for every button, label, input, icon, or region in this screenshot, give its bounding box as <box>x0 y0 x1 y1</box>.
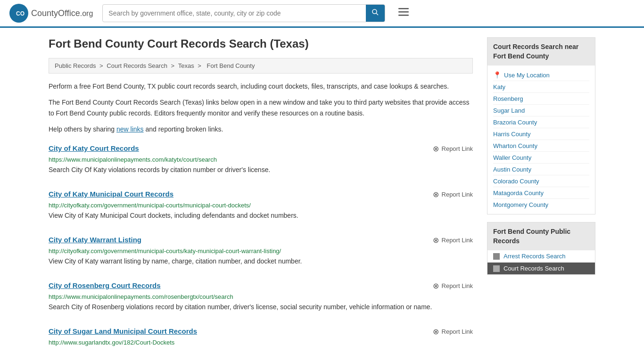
report-label-4: Report Link <box>442 328 473 335</box>
record-desc-2: View City of Katy warrant listing by nam… <box>49 256 473 266</box>
record-header-1: City of Katy Municipal Court Records ⊗ R… <box>49 190 473 200</box>
nearby-item-10: Matagorda County <box>493 187 589 199</box>
nearby-link-5[interactable]: Harris County <box>493 131 530 138</box>
record-url-3[interactable]: https://www.municipalonlinepayments.com/… <box>49 293 473 300</box>
record-title-2[interactable]: City of Katy Warrant Listing <box>49 236 141 244</box>
report-icon-0: ⊗ <box>433 144 439 153</box>
breadcrumb-current: Fort Bend County <box>207 62 255 69</box>
public-records-header: Fort Bend County Public Records <box>487 222 595 250</box>
nearby-link-2[interactable]: Rosenberg <box>493 95 523 102</box>
main-layout: Fort Bend County Court Records Search (T… <box>39 28 605 362</box>
record-item: City of Katy Warrant Listing ⊗ Report Li… <box>49 236 473 270</box>
search-bar <box>102 4 385 22</box>
record-title-0[interactable]: City of Katy Court Records <box>49 144 139 152</box>
record-item: City of Katy Court Records ⊗ Report Link… <box>49 144 473 179</box>
record-header-2: City of Katy Warrant Listing ⊗ Report Li… <box>49 236 473 246</box>
intro-text: Perform a free Fort Bend County, TX publ… <box>49 81 473 91</box>
report-link-3[interactable]: ⊗ Report Link <box>433 281 473 290</box>
record-item: City of Rosenberg Court Records ⊗ Report… <box>49 281 473 316</box>
breadcrumb-texas[interactable]: Texas <box>178 62 194 69</box>
nearby-link-8[interactable]: Austin County <box>493 166 531 173</box>
pr-link-1[interactable]: Court Records Search <box>504 265 564 272</box>
record-desc-0: Search City Of Katy violations records b… <box>49 165 473 175</box>
record-url-4[interactable]: http://www.sugarlandtx.gov/182/Court-Doc… <box>49 339 473 346</box>
svg-rect-6 <box>398 15 409 16</box>
svg-rect-4 <box>398 8 409 9</box>
report-label-0: Report Link <box>442 145 473 152</box>
location-pin-icon: 📍 <box>493 71 501 79</box>
nearby-link-3[interactable]: Sugar Land <box>493 107 525 114</box>
nearby-item-4: Brazoria County <box>493 116 589 128</box>
nearby-link-11[interactable]: Montgomery County <box>493 201 548 208</box>
public-records-section: Fort Bend County Public Records Arrest R… <box>487 222 595 275</box>
report-icon-2: ⊗ <box>433 236 439 245</box>
site-logo[interactable]: CO CountyOffice.org <box>9 4 93 23</box>
nearby-header: Court Records Search near Fort Bend Coun… <box>487 38 595 66</box>
nearby-item-11: Montgomery County <box>493 199 589 210</box>
report-icon-4: ⊗ <box>433 327 439 336</box>
new-links-link[interactable]: new links <box>116 125 144 133</box>
record-header-0: City of Katy Court Records ⊗ Report Link <box>49 144 473 154</box>
nearby-item-9: Colorado County <box>493 175 589 187</box>
record-item: City of Katy Municipal Court Records ⊗ R… <box>49 190 473 224</box>
nearby-item-2: Rosenberg <box>493 93 589 105</box>
nearby-item-7: Waller County <box>493 152 589 164</box>
record-desc-3: Search City of Rosenberg violations reco… <box>49 302 473 312</box>
logo-text: CountyOffice.org <box>31 8 93 18</box>
report-label-1: Report Link <box>442 191 473 198</box>
nearby-item-0: 📍 Use My Location <box>493 69 589 81</box>
nearby-link-1[interactable]: Katy <box>493 83 505 90</box>
breadcrumb-public-records[interactable]: Public Records <box>55 62 96 69</box>
public-record-item-0: Arrest Records Search <box>487 250 595 263</box>
sidebar: Court Records Search near Fort Bend Coun… <box>487 37 595 362</box>
logo-icon: CO <box>9 4 28 23</box>
record-desc-1: View City of Katy Municipal Court docket… <box>49 211 473 221</box>
nearby-section: Court Records Search near Fort Bend Coun… <box>487 37 595 214</box>
record-title-3[interactable]: City of Rosenberg Court Records <box>49 281 161 289</box>
svg-text:CO: CO <box>16 10 25 17</box>
use-my-location-link[interactable]: Use My Location <box>504 72 550 79</box>
record-title-4[interactable]: City of Sugar Land Municipal Court Recor… <box>49 327 197 335</box>
report-link-2[interactable]: ⊗ Report Link <box>433 236 473 245</box>
search-input[interactable] <box>103 6 366 21</box>
pr-link-0[interactable]: Arrest Records Search <box>504 253 566 260</box>
hamburger-menu-button[interactable] <box>395 5 413 22</box>
report-icon-3: ⊗ <box>433 281 439 290</box>
record-url-1[interactable]: http://cityofkaty.com/government/municip… <box>49 202 473 209</box>
nearby-list: 📍 Use My Location KatyRosenbergSugar Lan… <box>487 66 595 214</box>
nearby-item-1: Katy <box>493 81 589 93</box>
record-title-1[interactable]: City of Katy Municipal Court Records <box>49 190 173 198</box>
nearby-link-6[interactable]: Wharton County <box>493 142 537 149</box>
report-link-0[interactable]: ⊗ Report Link <box>433 144 473 153</box>
pr-icon-1 <box>493 265 500 272</box>
svg-line-3 <box>376 13 378 15</box>
site-header: CO CountyOffice.org <box>0 0 644 28</box>
search-button[interactable] <box>366 5 385 22</box>
record-url-2[interactable]: http://cityofkaty.com/government/municip… <box>49 247 473 255</box>
report-icon-1: ⊗ <box>433 190 439 199</box>
breadcrumb: Public Records > Court Records Search > … <box>49 58 473 74</box>
content-area: Fort Bend County Court Records Search (T… <box>49 37 473 362</box>
page-title: Fort Bend County Court Records Search (T… <box>49 37 473 50</box>
svg-point-2 <box>372 9 377 14</box>
report-link-4[interactable]: ⊗ Report Link <box>433 327 473 336</box>
nearby-item-3: Sugar Land <box>493 105 589 116</box>
breadcrumb-court-records[interactable]: Court Records Search <box>107 62 167 69</box>
report-link-1[interactable]: ⊗ Report Link <box>433 190 473 199</box>
record-url-0[interactable]: https://www.municipalonlinepayments.com/… <box>49 156 473 163</box>
nearby-item-8: Austin County <box>493 164 589 175</box>
record-header-4: City of Sugar Land Municipal Court Recor… <box>49 327 473 337</box>
report-label-3: Report Link <box>442 282 473 289</box>
public-record-item-1: Court Records Search <box>487 263 595 274</box>
nearby-link-4[interactable]: Brazoria County <box>493 119 537 126</box>
record-item: City of Sugar Land Municipal Court Recor… <box>49 327 473 352</box>
record-header-3: City of Rosenberg Court Records ⊗ Report… <box>49 281 473 291</box>
nearby-link-9[interactable]: Colorado County <box>493 178 539 185</box>
nearby-link-10[interactable]: Matagorda County <box>493 189 544 197</box>
pr-icon-0 <box>493 253 500 260</box>
third-party-text: The Fort Bend County Court Records Searc… <box>49 97 473 118</box>
nearby-item-6: Wharton County <box>493 140 589 152</box>
nearby-link-7[interactable]: Waller County <box>493 154 531 161</box>
report-label-2: Report Link <box>442 237 473 244</box>
share-text: Help others by sharing new links and rep… <box>49 124 473 134</box>
